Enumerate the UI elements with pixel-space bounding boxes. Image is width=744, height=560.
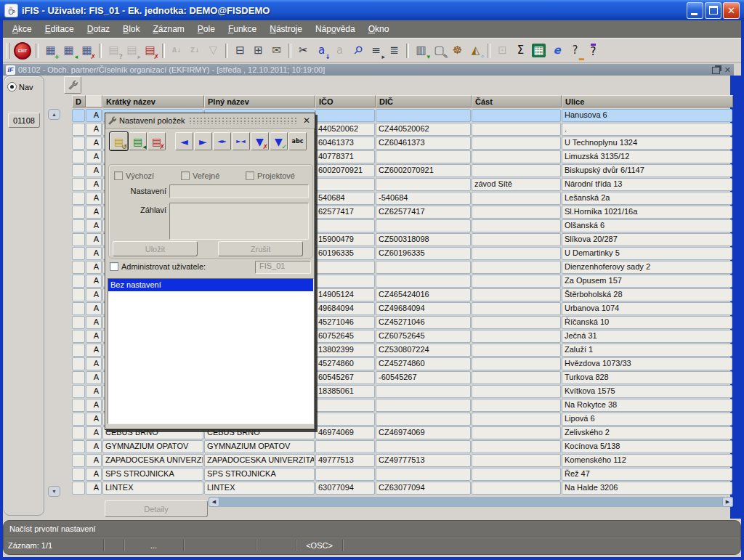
checkbox-vychozi[interactable]: Výchozí	[114, 171, 154, 180]
verejne-checkbox-box[interactable]	[181, 171, 190, 180]
cell-ulice[interactable]: Biskupský dvůr 6/1147	[562, 164, 732, 177]
cell-cast[interactable]	[472, 192, 561, 205]
cell-cast[interactable]	[472, 109, 561, 122]
menu-item-9[interactable]: Okno	[362, 22, 396, 36]
cell-ulice[interactable]: Za Opusem 157	[562, 275, 732, 288]
search-icon[interactable]: ⚲	[349, 42, 366, 59]
cell-ind[interactable]	[72, 178, 85, 191]
menu-item-2[interactable]: Dotaz	[81, 22, 116, 36]
delete-record-icon[interactable]: ▦✗	[78, 42, 95, 59]
cell-ico[interactable]	[315, 413, 375, 426]
cell-cast[interactable]	[472, 123, 561, 136]
cell-ulice[interactable]: Lešanská 2a	[562, 192, 732, 205]
mail-icon[interactable]: ✉	[268, 42, 285, 59]
cell-ico[interactable]: 60752645	[315, 330, 375, 343]
cell-ind[interactable]	[72, 261, 85, 274]
scroll-up-button[interactable]: ▲	[48, 109, 60, 120]
cell-cast[interactable]	[472, 150, 561, 163]
cell-dic[interactable]	[376, 440, 471, 453]
cell-d[interactable]: A	[86, 137, 102, 150]
scroll-down-button[interactable]: ▼	[48, 486, 60, 497]
cell-ind[interactable]	[72, 413, 85, 426]
cell-ind[interactable]	[72, 123, 85, 136]
cell-d[interactable]: A	[86, 468, 102, 481]
cell-ico[interactable]: 18385061	[315, 385, 375, 398]
cell-cast[interactable]	[472, 206, 561, 219]
cell-d[interactable]: A	[86, 123, 102, 136]
cell-ulice[interactable]: Říčanská 10	[562, 316, 732, 329]
cell-short[interactable]: GYMNAZIUM OPATOV	[102, 440, 203, 453]
duplicate-record-icon[interactable]: ▦◂	[60, 42, 77, 59]
cell-ico[interactable]: 62577417	[315, 206, 375, 219]
administrovat-checkbox-row[interactable]: Administrovat uživatele:	[110, 262, 206, 271]
projektove-checkbox-box[interactable]	[246, 171, 254, 180]
execute-query-icon[interactable]: ▤▸	[124, 42, 140, 59]
vychozi-checkbox-box[interactable]	[114, 171, 123, 180]
settings-listbox[interactable]: Bez nastavení	[108, 278, 314, 424]
cell-ulice[interactable]: Na Rokytce 38	[562, 399, 732, 412]
cell-dic[interactable]: CZ45274860	[376, 357, 471, 370]
cell-ind[interactable]	[72, 371, 85, 384]
cell-d[interactable]: A	[86, 206, 102, 219]
cell-ico[interactable]: 45274860	[315, 357, 375, 370]
cell-ind[interactable]	[72, 482, 85, 495]
cell-d[interactable]: A	[86, 275, 102, 288]
cell-ico[interactable]	[315, 440, 375, 453]
cell-full[interactable]: GYMNAZIUM OPATOV	[204, 440, 315, 453]
cell-ico[interactable]: 49684094	[315, 302, 375, 315]
cell-d[interactable]: A	[86, 316, 102, 329]
nav-code-button[interactable]: 01108	[8, 113, 40, 128]
close-button[interactable]: ✕	[723, 2, 740, 19]
cell-d[interactable]: A	[86, 178, 102, 191]
cell-dic[interactable]: CZ500318098	[376, 233, 471, 246]
cell-dic[interactable]: CZ530807224	[376, 344, 471, 357]
cell-ind[interactable]	[72, 344, 85, 357]
insert-record-icon[interactable]: ▦+	[42, 42, 59, 59]
mdi-restore-icon[interactable]	[712, 67, 720, 74]
menu-item-8[interactable]: Nápověda	[309, 22, 362, 36]
cell-ind[interactable]	[72, 206, 85, 219]
cell-dic[interactable]: CZ49684094	[376, 302, 471, 315]
cell-ind[interactable]	[72, 109, 85, 122]
cell-ico[interactable]: 60196335	[315, 247, 375, 260]
cell-ico[interactable]: 45271046	[315, 316, 375, 329]
cell-ind[interactable]	[72, 440, 85, 453]
cell-ico[interactable]: 15900479	[315, 233, 375, 246]
cell-ind[interactable]	[72, 137, 85, 150]
help-icon[interactable]: ?	[585, 42, 602, 59]
cell-cast[interactable]	[472, 371, 561, 384]
cell-d[interactable]: A	[86, 261, 102, 274]
show-column-button[interactable]: ▼✓	[270, 132, 288, 150]
sort-ascending-icon[interactable]: A↓	[169, 42, 185, 59]
cell-full[interactable]: LINTEX	[204, 482, 315, 495]
cell-ico[interactable]	[315, 109, 375, 122]
cell-dic[interactable]	[376, 399, 471, 412]
cell-ind[interactable]	[72, 385, 85, 398]
cell-d[interactable]: A	[86, 385, 102, 398]
cell-cast[interactable]	[472, 399, 561, 412]
sort-descending-icon[interactable]: Z↓	[187, 42, 203, 59]
cell-cast[interactable]	[472, 316, 561, 329]
cell-ulice[interactable]: Štěrboholská 28	[562, 288, 732, 301]
mdi-close-icon[interactable]: ✕	[724, 66, 731, 74]
cancel-settings-push-button[interactable]: Zrušit	[218, 241, 303, 256]
cell-ico[interactable]: 540684	[315, 192, 375, 205]
details-button[interactable]: Detaily	[105, 500, 208, 517]
cell-ind[interactable]	[72, 288, 85, 301]
cell-dic[interactable]	[376, 385, 471, 398]
cell-dic[interactable]	[376, 468, 471, 481]
excel-export-icon[interactable]: ▦	[530, 42, 547, 59]
cell-d[interactable]: A	[86, 302, 102, 315]
load-settings-button[interactable]: ▤◂	[129, 132, 147, 150]
cell-dic[interactable]: CZ60752645	[376, 330, 471, 343]
checkbox-projektove[interactable]: Projektové	[246, 171, 295, 180]
cell-ind[interactable]	[72, 316, 85, 329]
menu-item-7[interactable]: Nástroje	[263, 22, 309, 36]
cell-short[interactable]: SPS STROJNICKA	[102, 468, 203, 481]
horizontal-scrollbar[interactable]: ◀ ▶	[209, 497, 733, 507]
move-left-button[interactable]: ◄	[175, 132, 193, 150]
menu-item-3[interactable]: Blok	[116, 22, 146, 36]
print-multiple-icon[interactable]: ⊞	[250, 42, 267, 59]
cell-d[interactable]: A	[86, 330, 102, 343]
cell-d[interactable]: A	[86, 233, 102, 246]
